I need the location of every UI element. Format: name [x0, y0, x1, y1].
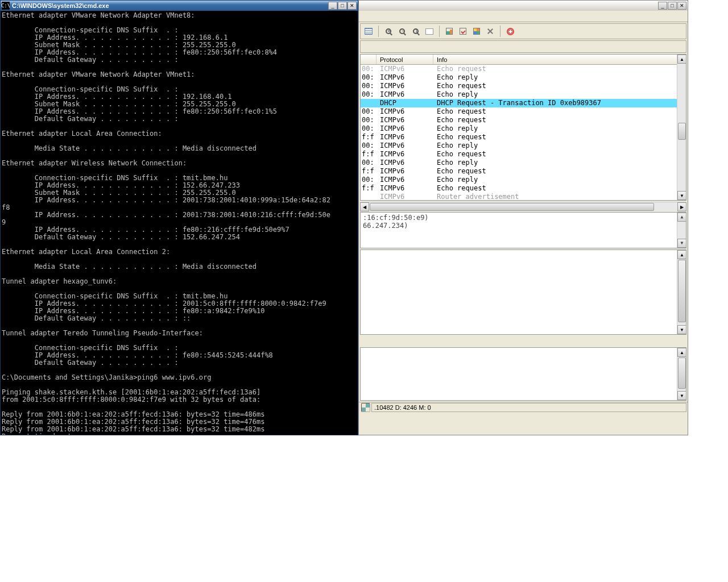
packet-bytes-pane-bottom[interactable]: ▲ ▼	[360, 347, 686, 401]
cell-protocol: ICMPv6	[377, 90, 433, 99]
toolbar-separator	[378, 26, 379, 37]
minimize-button[interactable]: _	[658, 2, 667, 10]
cell-protocol: ICMPv6	[377, 176, 433, 184]
scroll-up-button[interactable]: ▲	[677, 348, 686, 357]
scroll-thumb[interactable]	[370, 203, 654, 211]
cell-info: Echo request	[433, 107, 686, 116]
bytes-scrollbar-v[interactable]: ▲ ▼	[677, 348, 686, 400]
packet-details-pane[interactable]: :16:cf:9d:50:e9) 66.247.234) ▲ ▼	[360, 212, 686, 248]
packet-list-pane[interactable]: Protocol Info 00:ICMPv6Echo request00:IC…	[360, 54, 686, 201]
scroll-thumb[interactable]	[678, 260, 686, 322]
cell-protocol: ICMPv6	[377, 184, 433, 193]
zoom-out-icon[interactable]	[396, 26, 408, 37]
cell-source: 00:	[361, 159, 377, 167]
scroll-down-button[interactable]: ▼	[677, 325, 686, 334]
cell-protocol: ICMPv6	[377, 124, 433, 133]
scroll-up-button[interactable]: ▲	[677, 55, 686, 64]
cell-info: Echo reply	[433, 142, 686, 150]
preferences-icon[interactable]	[485, 26, 496, 37]
close-button[interactable]: ✕	[677, 2, 686, 10]
maximize-button[interactable]: □	[338, 2, 347, 10]
cell-info: Echo reply	[433, 124, 686, 133]
cell-protocol: DHCP	[377, 99, 433, 107]
cell-source: 00:	[361, 176, 377, 184]
cell-info: Echo reply	[433, 73, 686, 82]
scroll-left-button[interactable]: ◀	[360, 202, 369, 211]
packet-list-header: Protocol Info	[361, 55, 686, 65]
packet-row[interactable]: f:fICMPv6Echo request	[361, 150, 686, 159]
scroll-down-button[interactable]: ▼	[677, 191, 686, 200]
maximize-button[interactable]: □	[668, 2, 677, 10]
scroll-right-button[interactable]: ▶	[677, 202, 686, 211]
packet-row[interactable]: 00:ICMPv6Echo reply	[361, 73, 686, 82]
zoom-reset-icon[interactable]	[410, 26, 421, 37]
cell-source: 00:	[361, 73, 377, 82]
packet-row[interactable]: DHCPDHCP Request - Transaction ID 0xeb98…	[361, 99, 686, 107]
cell-info: Echo reply	[433, 176, 686, 184]
display-filter-icon[interactable]	[457, 26, 469, 37]
packet-row[interactable]: 00:ICMPv6Echo request	[361, 65, 686, 73]
packet-bytes-pane-top[interactable]: ▲ ▼	[360, 250, 686, 335]
col-header-info[interactable]: Info	[433, 55, 686, 64]
wireshark-titlebar[interactable]: _ □ ✕	[359, 1, 688, 11]
close-button[interactable]: ✕	[348, 2, 357, 10]
cmd-titlebar[interactable]: C:\ C:\WINDOWS\system32\cmd.exe _ □ ✕	[1, 1, 358, 11]
cell-protocol: ICMPv6	[377, 116, 433, 124]
bytes-pane-tabs[interactable]	[360, 336, 686, 346]
capture-filter-icon[interactable]	[444, 26, 455, 37]
scroll-down-button[interactable]: ▼	[677, 239, 686, 248]
scroll-thumb[interactable]	[678, 123, 686, 140]
packet-row[interactable]: 00:ICMPv6Echo reply	[361, 90, 686, 99]
packet-row[interactable]: 00:ICMPv6Echo reply	[361, 142, 686, 150]
cell-info: Echo reply	[433, 159, 686, 167]
wireshark-filter-bar[interactable]	[360, 40, 686, 53]
cell-info: Echo request	[433, 116, 686, 124]
cell-protocol: ICMPv6	[377, 65, 433, 73]
col-header-protocol[interactable]: Protocol	[377, 55, 433, 64]
packet-row[interactable]: f:fICMPv6Echo request	[361, 184, 686, 193]
packet-row[interactable]: f:fICMPv6Echo request	[361, 167, 686, 176]
cmd-output[interactable]: Ethernet adapter VMware Network Adapter …	[1, 11, 358, 435]
scroll-thumb[interactable]	[678, 357, 686, 389]
cell-info: Echo reply	[433, 90, 686, 99]
resize-columns-icon[interactable]	[424, 26, 435, 37]
cell-source: 00:	[361, 142, 377, 150]
zoom-in-icon[interactable]	[383, 26, 394, 37]
cell-source: f:f	[361, 167, 377, 176]
col-header-source[interactable]	[361, 55, 377, 64]
wireshark-menubar[interactable]	[359, 11, 688, 22]
wireshark-toolbar	[360, 23, 686, 39]
packet-row[interactable]: 00:ICMPv6Echo request	[361, 82, 686, 90]
minimize-button[interactable]: _	[328, 2, 337, 10]
cell-source: 00:	[361, 90, 377, 99]
help-icon[interactable]	[504, 26, 516, 37]
coloring-rules-icon[interactable]	[471, 26, 482, 37]
scroll-up-button[interactable]: ▲	[677, 250, 686, 259]
list-icon[interactable]	[363, 26, 374, 37]
cell-protocol: ICMPv6	[377, 107, 433, 116]
wireshark-statusbar: .10482 D: 4246 M: 0	[359, 402, 688, 412]
detail-line: 66.247.234)	[363, 222, 684, 230]
scroll-down-button[interactable]: ▼	[677, 391, 686, 400]
cell-source: f:f	[361, 133, 377, 142]
cell-info: Echo request	[433, 167, 686, 176]
packet-list-scrollbar-v[interactable]: ▲ ▼	[677, 55, 686, 200]
scroll-up-button[interactable]: ▲	[677, 213, 686, 222]
packet-row[interactable]: ICMPv6Router advertisement	[361, 193, 686, 200]
packet-row[interactable]: 00:ICMPv6Echo reply	[361, 124, 686, 133]
cell-source: f:f	[361, 184, 377, 193]
packet-row[interactable]: 00:ICMPv6Echo request	[361, 116, 686, 124]
details-scrollbar-v[interactable]: ▲ ▼	[677, 213, 686, 248]
cell-protocol: ICMPv6	[377, 193, 433, 200]
bytes-scrollbar-v[interactable]: ▲ ▼	[677, 250, 686, 334]
cell-info: Echo request	[433, 65, 686, 73]
cell-source: 00:	[361, 65, 377, 73]
cell-protocol: ICMPv6	[377, 159, 433, 167]
cell-info: DHCP Request - Transaction ID 0xeb989367	[433, 99, 686, 107]
packet-row[interactable]: 00:ICMPv6Echo reply	[361, 176, 686, 184]
cell-info: Echo request	[433, 184, 686, 193]
packet-row[interactable]: 00:ICMPv6Echo reply	[361, 159, 686, 167]
packet-list-scrollbar-h[interactable]: ◀ ▶	[360, 202, 686, 211]
packet-row[interactable]: 00:ICMPv6Echo request	[361, 107, 686, 116]
packet-row[interactable]: f:fICMPv6Echo request	[361, 133, 686, 142]
